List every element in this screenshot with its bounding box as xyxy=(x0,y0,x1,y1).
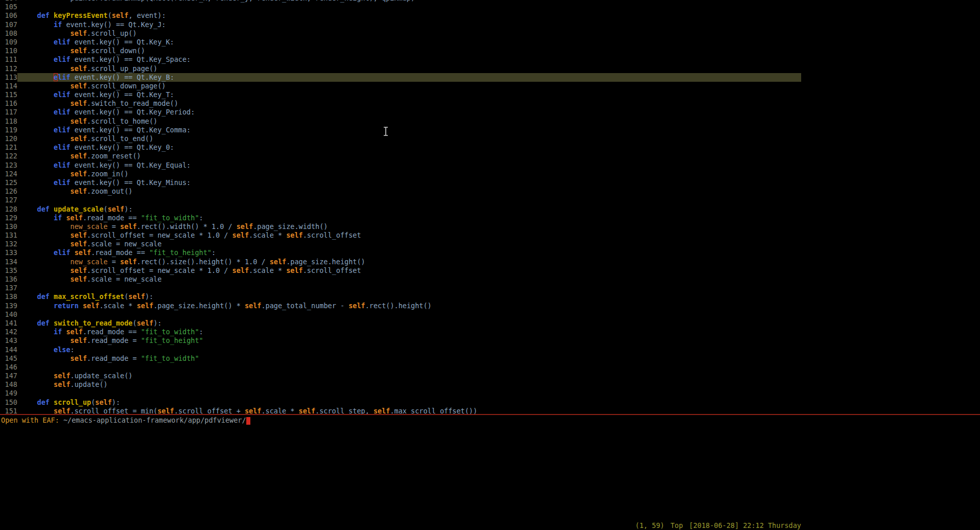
code-line[interactable]: 123 elif event.key() == Qt.Key_Equal: xyxy=(0,161,980,170)
minibuffer[interactable]: Open with EAF: ~/emacs-application-frame… xyxy=(1,416,250,425)
code-line[interactable]: 137 xyxy=(0,284,980,292)
line-number: 120 xyxy=(0,134,17,143)
code-line[interactable]: 122 self.zoom_reset() xyxy=(0,152,980,160)
code-line[interactable]: 148 self.update() xyxy=(0,380,980,389)
code-line[interactable]: 133 elif self.read_mode == "fit_to_heigh… xyxy=(0,248,980,257)
code-line[interactable]: 105 xyxy=(0,3,980,11)
line-number: 123 xyxy=(0,161,17,170)
line-number: 136 xyxy=(0,275,17,284)
line-number: 129 xyxy=(0,214,17,222)
code-line[interactable]: 151 self.scroll_offset = min(self.scroll… xyxy=(0,407,980,414)
line-number: 118 xyxy=(0,117,17,126)
code-line[interactable]: 128 def update_scale(self): xyxy=(0,205,980,214)
line-number: 134 xyxy=(0,258,17,266)
line-number: 146 xyxy=(0,363,17,372)
code-area[interactable]: 104 painter.drawPixmap(QRect(render_x, r… xyxy=(0,0,980,414)
line-number: 133 xyxy=(0,248,17,257)
code-text: self.read_mode = "fit_to_height" xyxy=(20,336,203,344)
code-line[interactable]: 143 self.read_mode = "fit_to_height" xyxy=(0,336,980,345)
code-line[interactable]: 150 def scroll_up(self): xyxy=(0,398,980,407)
code-line[interactable]: 144 else: xyxy=(0,345,980,354)
modeline-divider xyxy=(0,414,980,415)
line-number: 107 xyxy=(0,20,17,29)
code-line[interactable]: 106 def keyPressEvent(self, event): xyxy=(0,11,980,20)
line-number: 110 xyxy=(0,47,17,55)
code-text: self.scroll_up() xyxy=(20,29,137,37)
code-text: self.update_scale() xyxy=(20,372,132,380)
code-line[interactable]: 110 self.scroll_down() xyxy=(0,47,980,55)
code-text: elif event.key() == Qt.Key_T: xyxy=(20,90,174,99)
code-line[interactable]: 147 self.update_scale() xyxy=(0,372,980,380)
code-text: self.scale = new_scale xyxy=(20,275,161,283)
code-text: self.scroll_down() xyxy=(20,47,145,55)
code-line[interactable]: 131 self.scroll_offset = new_scale * 1.0… xyxy=(0,231,980,240)
code-text: self.scroll_up_page() xyxy=(20,64,157,73)
datetime: [2018-06-28] 22:12 Thursday xyxy=(689,521,801,529)
code-text: self.zoom_in() xyxy=(20,170,128,178)
text-cursor xyxy=(246,417,250,425)
line-number: 122 xyxy=(0,152,17,160)
line-number: 127 xyxy=(0,196,17,204)
code-text: self.scroll_to_end() xyxy=(20,134,153,143)
code-line[interactable]: 121 elif event.key() == Qt.Key_0: xyxy=(0,143,980,152)
code-text: painter.drawPixmap(QRect(render_x, rende… xyxy=(20,0,415,2)
code-text: elif event.key() == Qt.Key_Equal: xyxy=(20,161,191,169)
code-line[interactable]: 140 xyxy=(0,310,980,319)
line-number: 128 xyxy=(0,205,17,214)
code-line[interactable]: 126 self.zoom_out() xyxy=(0,187,980,196)
code-line[interactable]: 132 self.scale = new_scale xyxy=(0,240,980,248)
code-line[interactable]: 129 if self.read_mode == "fit_to_width": xyxy=(0,214,980,222)
code-line[interactable]: 108 self.scroll_up() xyxy=(0,29,980,38)
code-line[interactable]: 124 self.zoom_in() xyxy=(0,170,980,178)
minibuffer-input[interactable]: ~/emacs-application-framework/app/pdfvie… xyxy=(63,416,246,424)
code-line[interactable]: 146 xyxy=(0,363,980,372)
code-line[interactable]: 114 self.scroll_down_page() xyxy=(0,82,980,90)
line-number: 117 xyxy=(0,108,17,117)
code-text: new_scale = self.rect().size().height() … xyxy=(20,258,365,266)
code-line[interactable]: 136 self.scale = new_scale xyxy=(0,275,980,284)
code-text: elif event.key() == Qt.Key_K: xyxy=(20,38,174,46)
cursor-position: (1, 59) xyxy=(635,521,664,529)
code-line[interactable]: 130 new_scale = self.rect().width() * 1.… xyxy=(0,222,980,231)
line-number: 148 xyxy=(0,380,17,389)
code-line[interactable]: 127 xyxy=(0,196,980,204)
line-number: 151 xyxy=(0,407,17,414)
code-line[interactable]: 120 self.scroll_to_end() xyxy=(0,134,980,143)
line-number: 131 xyxy=(0,231,17,240)
code-text: def keyPressEvent(self, event): xyxy=(20,11,166,19)
code-line[interactable]: 142 if self.read_mode == "fit_to_width": xyxy=(0,328,980,336)
code-line[interactable]: 111 elif event.key() == Qt.Key_Space: xyxy=(0,55,980,64)
line-number: 114 xyxy=(0,82,17,90)
code-text: self.scale = new_scale xyxy=(20,240,161,248)
code-line[interactable]: 138 def max_scroll_offset(self): xyxy=(0,292,980,301)
code-text: new_scale = self.rect().width() * 1.0 / … xyxy=(20,222,328,231)
code-text: self.scroll_down_page() xyxy=(20,82,166,90)
line-number: 149 xyxy=(0,389,17,398)
code-line[interactable]: 116 self.switch_to_read_mode() xyxy=(0,99,980,108)
code-text: if self.read_mode == "fit_to_width": xyxy=(20,328,203,336)
code-line[interactable]: 134 new_scale = self.rect().size().heigh… xyxy=(0,258,980,266)
code-line[interactable]: 107 if event.key() == Qt.Key_J: xyxy=(0,20,980,29)
code-text: self.update() xyxy=(20,380,108,388)
code-line[interactable]: 112 self.scroll_up_page() xyxy=(0,64,980,73)
line-number: 119 xyxy=(0,126,17,134)
code-line[interactable]: 119 elif event.key() == Qt.Key_Comma: xyxy=(0,126,980,134)
line-number: 139 xyxy=(0,302,17,310)
code-text: self.scroll_offset = new_scale * 1.0 / s… xyxy=(20,231,361,239)
code-line[interactable]: 149 xyxy=(0,389,980,398)
code-line[interactable]: 139 return self.scale * self.page_size.h… xyxy=(0,302,980,310)
code-line[interactable]: 135 self.scroll_offset = new_scale * 1.0… xyxy=(0,266,980,275)
mouse-cursor-ibeam xyxy=(382,126,389,136)
code-line[interactable]: 141 def switch_to_read_mode(self): xyxy=(0,319,980,328)
code-line[interactable]: 118 self.scroll_to_home() xyxy=(0,117,980,126)
minibuffer-prompt: Open with EAF: xyxy=(1,416,63,424)
code-line[interactable]: 115 elif event.key() == Qt.Key_T: xyxy=(0,90,980,99)
line-number: 147 xyxy=(0,372,17,380)
code-line[interactable]: 117 elif event.key() == Qt.Key_Period: xyxy=(0,108,980,117)
line-number: 142 xyxy=(0,328,17,336)
code-line[interactable]: 145 self.read_mode = "fit_to_width" xyxy=(0,354,980,363)
buffer-position: Top xyxy=(670,521,683,529)
code-line[interactable]: 125 elif event.key() == Qt.Key_Minus: xyxy=(0,178,980,187)
code-line[interactable]: 109 elif event.key() == Qt.Key_K: xyxy=(0,38,980,47)
code-line[interactable]: 113 elif event.key() == Qt.Key_B: xyxy=(0,73,801,82)
